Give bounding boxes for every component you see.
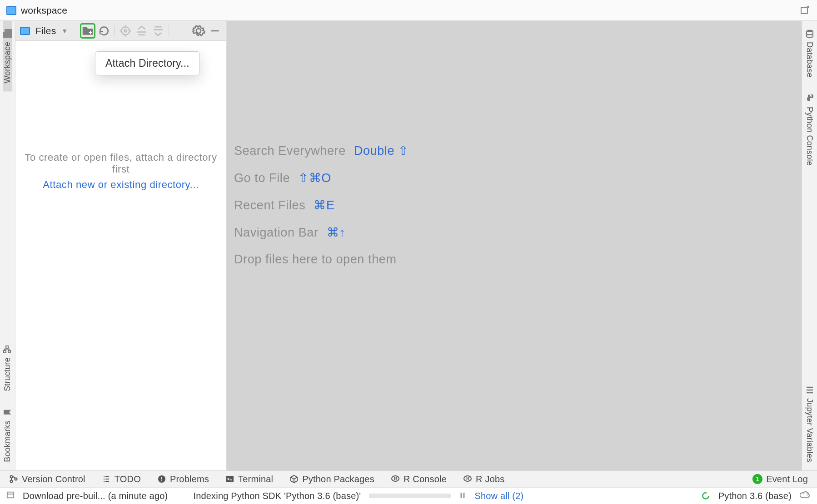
svg-text:?: ? (806, 493, 808, 497)
tool-terminal[interactable]: Terminal (225, 474, 273, 484)
hint-drop-files: Drop files here to open them (234, 252, 802, 267)
hint-shortcut: Double ⇧ (354, 144, 409, 158)
tool-version-control[interactable]: Version Control (9, 474, 85, 484)
progress-bar (369, 494, 451, 498)
sidebar-tab-python-console[interactable]: Python Console (805, 86, 814, 174)
hint-search-everywhere: Search Everywhere Double ⇧ (234, 143, 802, 158)
placeholder-text: To create or open files, attach a direct… (25, 152, 217, 175)
sidebar-tab-structure[interactable]: Structure (3, 336, 12, 400)
sidebar-label: Database (805, 42, 814, 78)
hint-label: Navigation Bar (234, 226, 319, 239)
chevron-down-icon[interactable]: ▼ (61, 27, 68, 35)
sync-status-icon[interactable]: ? (800, 490, 811, 502)
interpreter-label[interactable]: Python 3.6 (base) (718, 491, 792, 501)
sidebar-label: Python Console (805, 107, 814, 166)
status-task-2[interactable]: Indexing Python SDK 'Python 3.6 (base)' (193, 491, 361, 501)
svg-rect-1 (4, 351, 6, 353)
sidebar-tab-bookmarks[interactable]: Bookmarks (3, 400, 12, 470)
editor-presentation-icon[interactable] (800, 5, 811, 16)
status-task-1[interactable]: Download pre-buil... (a minute ago) (23, 491, 168, 501)
hint-label: Search Everywhere (234, 144, 346, 158)
settings-button[interactable] (192, 24, 205, 38)
hide-button[interactable] (208, 24, 222, 38)
pause-button[interactable] (459, 491, 466, 501)
svg-text:R: R (394, 476, 398, 481)
tool-r-console[interactable]: R R Console (391, 474, 447, 484)
project-header: Files ▼ (15, 21, 226, 41)
tool-label: Terminal (238, 474, 273, 484)
svg-rect-2 (9, 351, 11, 353)
hint-navigation-bar: Navigation Bar ⌘↑ (234, 225, 802, 240)
hint-label: Recent Files (234, 198, 305, 212)
reload-button[interactable] (97, 24, 111, 38)
sidebar-label: Bookmarks (3, 420, 12, 462)
hint-recent-files: Recent Files ⌘E (234, 198, 802, 212)
status-bar: Download pre-buil... (a minute ago) Inde… (0, 487, 817, 504)
project-view-selector[interactable]: Files (35, 25, 56, 36)
python-icon (805, 94, 814, 103)
tool-todo[interactable]: TODO (102, 474, 141, 484)
sidebar-label: Jupyter Variables (805, 398, 814, 462)
project-empty-placeholder: To create or open files, attach a direct… (15, 152, 226, 191)
hint-label: Drop files here to open them (234, 252, 397, 266)
svg-rect-13 (226, 476, 234, 482)
structure-icon (3, 345, 12, 354)
svg-rect-18 (7, 492, 14, 498)
sidebar-tab-database[interactable]: Database (805, 21, 814, 86)
attach-directory-menu-item[interactable]: Attach Directory... (95, 51, 200, 75)
hint-go-to-file: Go to File ⇧⌘O (234, 171, 802, 185)
tool-python-packages[interactable]: Python Packages (289, 474, 374, 484)
show-all-tasks-link[interactable]: Show all (2) (474, 491, 523, 501)
svg-rect-12 (161, 480, 162, 481)
svg-point-8 (10, 480, 13, 483)
hint-shortcut: ⌘E (314, 198, 334, 212)
bottom-tool-bar: Version Control TODO Problems Terminal P… (0, 470, 817, 487)
toolwindow-toggle-icon[interactable] (6, 491, 15, 501)
database-icon (805, 29, 814, 38)
select-opened-file-button[interactable] (119, 24, 132, 38)
svg-point-4 (807, 30, 813, 32)
tool-event-log[interactable]: 1 Event Log (752, 474, 808, 484)
workspace-icon (20, 27, 30, 35)
tool-label: Problems (170, 474, 209, 484)
bookmark-icon (3, 408, 12, 417)
hint-shortcut: ⇧⌘O (298, 171, 331, 185)
attach-directory-link[interactable]: Attach new or existing directory... (15, 179, 226, 191)
svg-text:R: R (466, 476, 470, 481)
tool-problems[interactable]: Problems (157, 474, 209, 484)
tool-r-jobs[interactable]: R R Jobs (463, 474, 504, 484)
workspace-icon (6, 6, 16, 15)
svg-point-7 (10, 476, 13, 478)
svg-rect-0 (801, 7, 807, 14)
sidebar-tab-workspace[interactable]: Workspace (3, 21, 12, 92)
right-tool-strip: Database Python Console Jupyter Variable… (802, 21, 817, 470)
interpreter-busy-icon (701, 491, 710, 500)
list-icon (805, 385, 814, 395)
expand-all-button[interactable] (135, 24, 149, 38)
folder-icon (3, 29, 12, 38)
tool-label: Python Packages (302, 474, 374, 484)
tool-label: R Console (404, 474, 447, 484)
hint-label: Go to File (234, 171, 290, 185)
sidebar-label: Workspace (3, 42, 12, 84)
svg-point-5 (122, 27, 130, 35)
left-tool-strip: Workspace Structure Bookmarks (0, 21, 15, 470)
tool-label: Event Log (766, 474, 808, 484)
project-tool-window: Files ▼ To create or open files, attach (15, 21, 227, 470)
sidebar-label: Structure (3, 357, 12, 391)
event-count-badge: 1 (752, 474, 762, 484)
title-bar: workspace (0, 0, 817, 21)
svg-rect-3 (6, 346, 9, 348)
collapse-all-button[interactable] (151, 24, 165, 38)
tool-label: Version Control (22, 474, 85, 484)
svg-rect-11 (161, 477, 162, 479)
window-title: workspace (21, 5, 67, 16)
editor-area[interactable]: Search Everywhere Double ⇧ Go to File ⇧⌘… (227, 21, 802, 470)
sidebar-tab-jupyter-variables[interactable]: Jupyter Variables (805, 377, 814, 470)
svg-point-6 (125, 30, 127, 32)
attach-directory-button[interactable] (81, 24, 95, 38)
svg-point-19 (702, 493, 708, 499)
hint-shortcut: ⌘↑ (327, 226, 346, 239)
tool-label: R Jobs (476, 474, 504, 484)
tool-label: TODO (115, 474, 141, 484)
